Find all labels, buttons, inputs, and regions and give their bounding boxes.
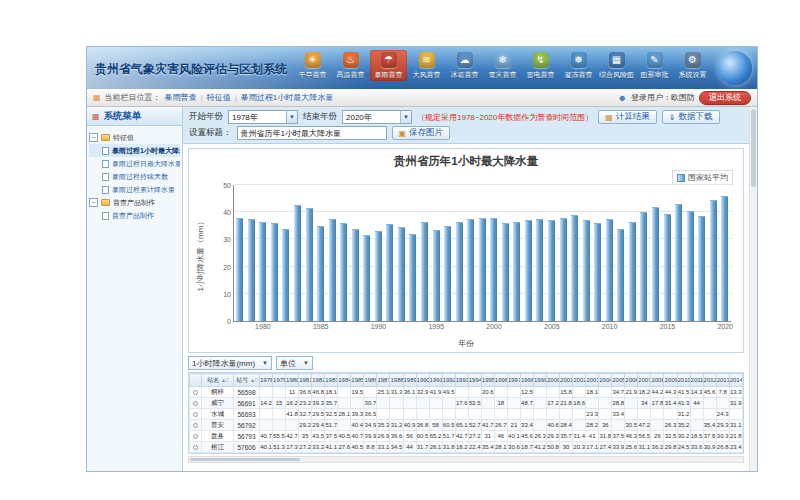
sidebar-item[interactable]: 暴雨过程持续天数: [89, 170, 180, 183]
column-header-year-1995[interactable]: 1995: [481, 374, 494, 387]
column-header-year-1991[interactable]: 1991: [429, 374, 442, 387]
column-header-year-2009[interactable]: 2009: [664, 374, 677, 387]
start-year-select[interactable]: 1978年 ▼: [228, 110, 298, 124]
table-row[interactable]: 盘县5679340.755.542.73543.537.540.540.739.…: [190, 431, 743, 442]
sort-icon[interactable]: ▲▽: [250, 377, 257, 383]
collapse-icon[interactable]: −: [89, 198, 98, 207]
column-header-year-1985[interactable]: 1985: [351, 374, 364, 387]
column-header-year-2013[interactable]: 2013: [716, 374, 729, 387]
save-image-button[interactable]: ▣ 保存图片: [392, 126, 451, 140]
row-radio[interactable]: [193, 434, 198, 439]
nav-item-wind[interactable]: ≋大风普查: [408, 50, 445, 81]
row-radio[interactable]: [193, 423, 198, 428]
column-header-year-1987[interactable]: 1987: [377, 374, 390, 387]
sidebar-item[interactable]: 暴雨过程日最大降水量: [89, 157, 180, 170]
sidebar-group[interactable]: −普查产品制作: [89, 196, 180, 209]
end-year-select[interactable]: 2020年 ▼: [342, 110, 412, 124]
table-row[interactable]: 榕江5760640.151.317.327.233.241.127.640.58…: [190, 442, 743, 453]
column-header-year-1983[interactable]: 1983: [325, 374, 338, 387]
column-header-year-1988[interactable]: 1988: [390, 374, 403, 387]
table-row[interactable]: 水城5669341.832.729.532.528.139.336.523.33…: [190, 409, 743, 420]
column-header-year-2006[interactable]: 2006: [625, 374, 638, 387]
column-header-year-1982[interactable]: 1982: [312, 374, 325, 387]
sidebar-group[interactable]: −特征值: [89, 131, 180, 144]
column-header-year-2001[interactable]: 2001: [560, 374, 573, 387]
chevron-down-icon[interactable]: ▼: [303, 360, 309, 366]
row-radio[interactable]: [193, 445, 198, 450]
chevron-down-icon[interactable]: ▼: [400, 111, 411, 123]
column-header-year-2014[interactable]: 2014: [729, 374, 742, 387]
breadcrumb-item[interactable]: 暴雨过程1小时最大降水量: [241, 92, 333, 103]
vertical-scrollbar-thumb[interactable]: [751, 109, 756, 187]
column-header-year-2003[interactable]: 2003: [586, 374, 599, 387]
nav-item-high-temp[interactable]: ♨高温普查: [332, 50, 369, 81]
horizontal-scrollbar[interactable]: [188, 456, 744, 463]
column-header-year-2007[interactable]: 2007: [638, 374, 651, 387]
unit-select[interactable]: 单位 ▼: [276, 356, 313, 370]
column-header-year-2000[interactable]: 2000: [547, 374, 560, 387]
data-download-button[interactable]: ⇓ 数据下载: [662, 110, 720, 124]
column-header-year-1984[interactable]: 1984: [338, 374, 351, 387]
metric-select[interactable]: 1小时降水量(mm) ▼: [188, 356, 272, 370]
sidebar-item[interactable]: 普查产品制作: [89, 209, 180, 222]
breadcrumb-item[interactable]: 暴雨普查: [165, 92, 197, 103]
value-cell-1983: 41.1: [325, 442, 338, 453]
nav-item-freeze[interactable]: ❅凝冻普查: [560, 50, 597, 81]
nav-item-approval[interactable]: ✎图形审批: [636, 50, 673, 81]
column-header-year-1996[interactable]: 1996: [494, 374, 507, 387]
nav-item-snow[interactable]: ❄雪灾普查: [484, 50, 521, 81]
collapse-icon[interactable]: −: [89, 133, 98, 142]
table-row[interactable]: 普安5679229.229.451.740.434.935.331.240.93…: [190, 420, 743, 431]
column-header-station-name[interactable]: 站名 ▲▽: [202, 374, 234, 387]
value-cell-1999: 41.2: [533, 442, 546, 453]
sort-icon[interactable]: ▲▽: [221, 377, 228, 383]
calc-result-button[interactable]: ▦ 计算结果: [598, 110, 657, 124]
column-header-year-2004[interactable]: 2004: [599, 374, 612, 387]
sidebar-item[interactable]: 暴雨过程1小时最大降水量: [89, 144, 180, 157]
column-header-year-1997[interactable]: 1997: [507, 374, 520, 387]
column-header-year-1994[interactable]: 1994: [468, 374, 481, 387]
column-header-year-1993[interactable]: 1993: [455, 374, 468, 387]
chevron-down-icon[interactable]: ▼: [286, 111, 297, 123]
value-cell-2007: [638, 409, 651, 420]
chart-title-input[interactable]: [237, 126, 387, 140]
nav-item-lightning[interactable]: ↯雷电普查: [522, 50, 559, 81]
row-radio[interactable]: [193, 412, 198, 417]
column-header-year-2002[interactable]: 2002: [573, 374, 586, 387]
column-header-year-1999[interactable]: 1999: [533, 374, 546, 387]
column-header-year-1992[interactable]: 1992: [442, 374, 455, 387]
x-tick-label: 1980: [255, 323, 271, 330]
nav-item-hail[interactable]: ☁冰雹普查: [446, 50, 483, 81]
table-row[interactable]: 桐梓565981136.646.818.119.525.131.336.132.…: [190, 387, 743, 398]
column-header-year-1989[interactable]: 1989: [403, 374, 416, 387]
chevron-down-icon[interactable]: ▼: [262, 360, 268, 366]
nav-item-rainstorm[interactable]: ☂暴雨普查: [370, 50, 407, 81]
row-radio[interactable]: [193, 401, 198, 406]
column-header-year-1979[interactable]: 1979: [273, 374, 286, 387]
column-header-year-2011[interactable]: 2011: [690, 374, 703, 387]
value-cell-1996: [494, 409, 507, 420]
column-header-year-1990[interactable]: 1990: [416, 374, 429, 387]
breadcrumb-item[interactable]: 特征值: [207, 92, 231, 103]
column-header-year-2012[interactable]: 2012: [703, 374, 716, 387]
nav-item-settings[interactable]: ⚙系统设置: [674, 50, 711, 81]
column-header-year-1980[interactable]: 1980: [286, 374, 299, 387]
nav-item-risk-map[interactable]: ▦综合风险图: [598, 50, 635, 81]
vertical-scrollbar[interactable]: [749, 107, 757, 471]
bar-2009: [594, 223, 601, 321]
table-row[interactable]: 威宁5669114.21516.223.239.335.730.717.652.…: [190, 398, 743, 409]
horizontal-scrollbar-thumb[interactable]: [190, 458, 300, 461]
column-header-year-2008[interactable]: 2008: [651, 374, 664, 387]
sidebar-item[interactable]: 暴雨过程累计降水量: [89, 183, 180, 196]
nav-item-drought[interactable]: ☀干旱普查: [294, 50, 331, 81]
column-header-year-2010[interactable]: 2010: [677, 374, 690, 387]
column-header-station-id[interactable]: 站号 ▲▽: [234, 374, 260, 387]
row-radio[interactable]: [193, 390, 198, 395]
column-header-year-1978[interactable]: 1978: [260, 374, 273, 387]
column-header-year-1986[interactable]: 1986: [364, 374, 377, 387]
logout-button[interactable]: 退出系统: [699, 91, 751, 105]
column-header-year-2005[interactable]: 2005: [612, 374, 625, 387]
column-header-year-1981[interactable]: 1981: [299, 374, 312, 387]
column-header-year-1998[interactable]: 1998: [520, 374, 533, 387]
value-cell-1981: 29.2: [299, 420, 312, 431]
